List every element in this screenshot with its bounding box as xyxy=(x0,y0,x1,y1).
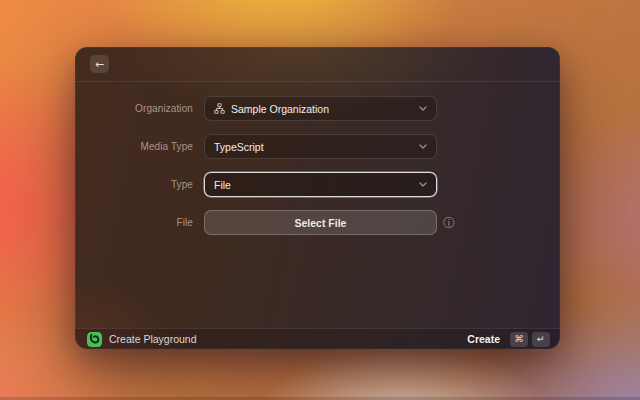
organization-icon xyxy=(214,103,225,114)
create-playground-dialog: ← Organization Sample Organization xyxy=(75,47,560,349)
form-row-type: Type File xyxy=(75,172,560,197)
media-type-value: TypeScript xyxy=(214,141,413,153)
organization-value: Sample Organization xyxy=(231,103,413,115)
organization-dropdown[interactable]: Sample Organization xyxy=(204,96,437,121)
form-row-organization: Organization Sample Organization xyxy=(75,96,560,121)
back-arrow-icon: ← xyxy=(95,59,104,70)
create-playground-form: Organization Sample Organization xyxy=(75,82,560,328)
type-dropdown[interactable]: File xyxy=(204,172,437,197)
footer-app-name: Create Playground xyxy=(109,333,197,345)
playground-app-logo-icon xyxy=(87,332,102,347)
file-label: File xyxy=(75,217,193,228)
chevron-down-icon xyxy=(419,144,427,149)
dialog-header: ← xyxy=(75,47,560,82)
footer-primary-action[interactable]: Create ⌘ ↵ xyxy=(467,332,550,347)
command-key-icon: ⌘ xyxy=(510,332,528,347)
type-value: File xyxy=(214,179,413,191)
select-file-button-label: Select File xyxy=(295,217,347,229)
chevron-down-icon xyxy=(419,106,427,111)
return-key-icon: ↵ xyxy=(532,332,550,347)
create-action-label: Create xyxy=(467,333,500,345)
media-type-label: Media Type xyxy=(75,141,193,152)
back-button[interactable]: ← xyxy=(90,55,109,73)
type-label: Type xyxy=(75,179,193,190)
form-row-file: File Select File ⓘ xyxy=(75,210,560,235)
footer-app-identity: Create Playground xyxy=(87,332,467,347)
form-row-media-type: Media Type TypeScript xyxy=(75,134,560,159)
select-file-button[interactable]: Select File xyxy=(204,210,437,235)
dialog-footer: Create Playground Create ⌘ ↵ xyxy=(75,328,560,349)
chevron-down-icon xyxy=(419,182,427,187)
file-info-icon[interactable]: ⓘ xyxy=(443,217,455,229)
desktop-background: ← Organization Sample Organization xyxy=(0,0,640,400)
media-type-dropdown[interactable]: TypeScript xyxy=(204,134,437,159)
organization-label: Organization xyxy=(75,103,193,114)
